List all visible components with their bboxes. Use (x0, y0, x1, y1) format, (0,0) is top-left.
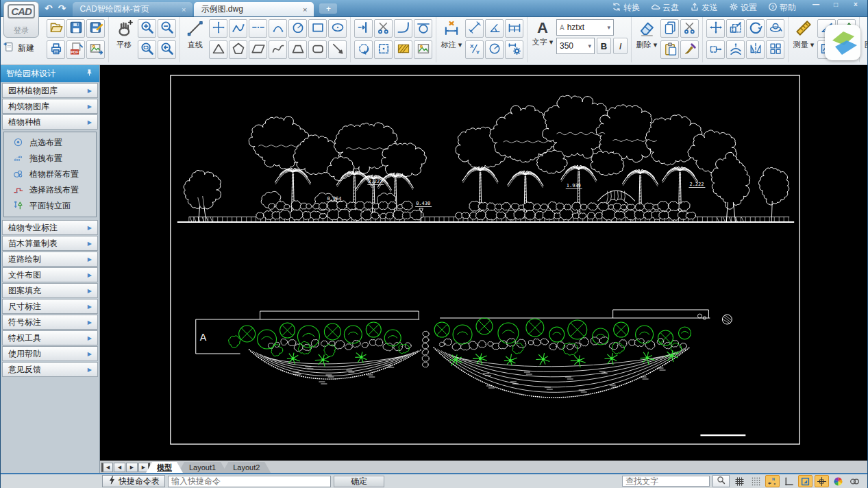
tool-arrow-line-button[interactable] (328, 40, 347, 59)
tool-polyline-button[interactable] (229, 19, 247, 38)
sidebar-item-文件布图[interactable]: 文件布图▶ (2, 267, 98, 282)
minimize-button[interactable]: — (808, 1, 823, 9)
tool-zoom-window-button[interactable] (138, 40, 156, 59)
sidebar-item-尺寸标注[interactable]: 尺寸标注▶ (2, 299, 98, 314)
maximize-button[interactable]: □ (828, 1, 843, 9)
status-coord-icon[interactable]: N+× (765, 475, 780, 487)
tool-image-button[interactable] (414, 40, 432, 59)
tool-multiline-button[interactable] (209, 19, 227, 38)
submenu-item-植物群落布置[interactable]: 植物群落布置 (4, 167, 96, 182)
login-button[interactable]: 登录 (14, 25, 29, 36)
tool-dim-radius-button[interactable] (485, 40, 504, 59)
pin-icon[interactable] (85, 69, 94, 80)
submenu-item-选择路线布置[interactable]: 选择路线布置 (4, 182, 96, 198)
forward-icon[interactable]: ↷ (58, 3, 66, 13)
tool-tangent-circle-button[interactable] (414, 19, 432, 38)
tool-spline-button[interactable] (269, 40, 287, 59)
tool-rounded-rectangle-button[interactable] (308, 40, 327, 59)
italic-button[interactable]: I (613, 38, 628, 54)
tool-export-image-button[interactable] (86, 40, 105, 59)
status-rings-icon[interactable] (847, 475, 862, 487)
tool-trapezoid-button[interactable] (288, 40, 307, 59)
text-tool-label[interactable]: A文字 ▾ (531, 19, 554, 47)
tool-dimension-main[interactable]: 标注 ▾ (440, 19, 463, 50)
tool-measure-main[interactable]: 测量 ▾ (792, 19, 815, 50)
sidebar-item-符号标注[interactable]: 符号标注▶ (2, 315, 98, 330)
titlebar-action-cloud[interactable]: 云盘 (651, 2, 679, 14)
confirm-button[interactable]: 确定 (334, 476, 384, 487)
tool-print-button[interactable] (47, 40, 65, 59)
sidebar-item-使用帮助[interactable]: 使用帮助▶ (2, 346, 98, 361)
sidebar-item-园林植物图库[interactable]: 园林植物图库▶ (2, 83, 98, 98)
tool-offset-button[interactable] (726, 40, 745, 59)
tool-rotate-3d-button[interactable] (766, 19, 784, 38)
tool-scale-button[interactable] (726, 19, 745, 38)
tool-layer-main[interactable]: 图层 ▾ (863, 19, 868, 50)
sidebar-item-特权工具[interactable]: 特权工具▶ (2, 330, 98, 345)
layout-nav-prev-button[interactable]: ◀ (114, 463, 125, 472)
tool-arc-button[interactable] (269, 19, 287, 38)
sidebar-item-道路绘制[interactable]: 道路绘制▶ (2, 252, 98, 267)
tool-rotate-mark-button[interactable] (354, 40, 373, 59)
document-tab-1[interactable]: CAD智绘园林-首页× (73, 2, 193, 16)
drawing-canvas[interactable]: 0.9642.2270.4301.9392.222A (100, 65, 867, 461)
tool-zoom-previous-button[interactable] (158, 40, 176, 59)
submenu-item-点选布置[interactable]: 点选布置 (4, 135, 96, 151)
document-tab-2[interactable]: 示例图.dwg× (194, 2, 314, 16)
tool-parallelogram-button[interactable] (249, 40, 267, 59)
sidebar-item-图案填充[interactable]: 图案填充▶ (2, 283, 98, 298)
tool-stretch-button[interactable] (706, 40, 725, 59)
tool-erase-main[interactable]: 删除 ▾ (635, 19, 658, 50)
tool-boundary-button[interactable] (374, 40, 393, 59)
tool-move-button[interactable] (706, 19, 725, 38)
tab-close-icon[interactable]: × (303, 5, 307, 14)
back-icon[interactable]: ↶ (45, 3, 53, 13)
tool-fillet-button[interactable] (394, 19, 412, 38)
layout-tab-模型[interactable]: 模型 (146, 462, 183, 473)
tool-paste-button[interactable] (660, 40, 679, 59)
tool-dim-settings-button[interactable] (505, 40, 523, 59)
tool-hatch-button[interactable] (394, 40, 412, 59)
tool-save-as-button[interactable] (86, 19, 105, 38)
tool-break-button[interactable] (354, 19, 373, 38)
tool-mirror-button[interactable] (746, 40, 765, 59)
tool-ellipse-button[interactable] (328, 19, 347, 38)
layout-nav-first-button[interactable]: ◀ (101, 463, 113, 472)
status-ortho-icon[interactable] (782, 475, 796, 487)
titlebar-action-convert[interactable]: 转换 (612, 2, 640, 14)
tab-close-icon[interactable]: × (182, 5, 186, 14)
command-input[interactable] (168, 476, 331, 487)
tool-zoom-out-button[interactable] (158, 19, 176, 38)
submenu-item-拖拽布置[interactable]: 拖拽布置 (4, 151, 96, 167)
tool-open-button[interactable] (47, 19, 65, 38)
tool-match-properties-button[interactable] (680, 40, 699, 59)
titlebar-action-send[interactable]: 发送 (690, 2, 718, 14)
search-button[interactable] (712, 475, 730, 487)
sidebar-item-植物专业标注[interactable]: 植物专业标注▶ (2, 220, 98, 235)
new-tab-button[interactable]: + (319, 3, 337, 14)
tool-triangle-button[interactable] (209, 40, 227, 59)
status-grid-icon[interactable] (732, 475, 747, 487)
tool-save-button[interactable] (66, 19, 85, 38)
text-size-select[interactable]: 350▾ (556, 38, 595, 54)
tool-zoom-in-button[interactable] (138, 19, 156, 38)
layout-tab-Layout2[interactable]: Layout2 (222, 462, 271, 473)
sidebar-item-苗木算量制表[interactable]: 苗木算量制表▶ (2, 236, 98, 251)
app-logo-block[interactable]: CAD 登录 (3, 1, 39, 38)
tool-dim-continue-button[interactable] (505, 19, 523, 38)
tool-dim-aligned-button[interactable] (465, 19, 484, 38)
tool-view-main[interactable]: 平移 (112, 19, 136, 50)
tool-pentagon-button[interactable] (229, 40, 247, 59)
tool-dim-angular-button[interactable] (485, 19, 504, 38)
font-select[interactable]: Ahztxt▾ (556, 19, 614, 36)
layout-nav-next-button[interactable]: ▶ (126, 463, 138, 472)
layout-tab-Layout1[interactable]: Layout1 (178, 462, 227, 473)
status-color-wheel[interactable] (831, 475, 845, 487)
tool-export-pdf-button[interactable]: PDF (66, 40, 85, 59)
new-document-button[interactable]: 新建 (3, 41, 34, 55)
tool-array-button[interactable] (766, 40, 784, 59)
sidebar-item-意见反馈[interactable]: 意见反馈▶ (2, 362, 98, 377)
tool-dim-coordinate-button[interactable]: XY (465, 40, 484, 59)
tool-copy-button[interactable] (660, 19, 679, 38)
tool-cut-button[interactable] (680, 19, 699, 38)
